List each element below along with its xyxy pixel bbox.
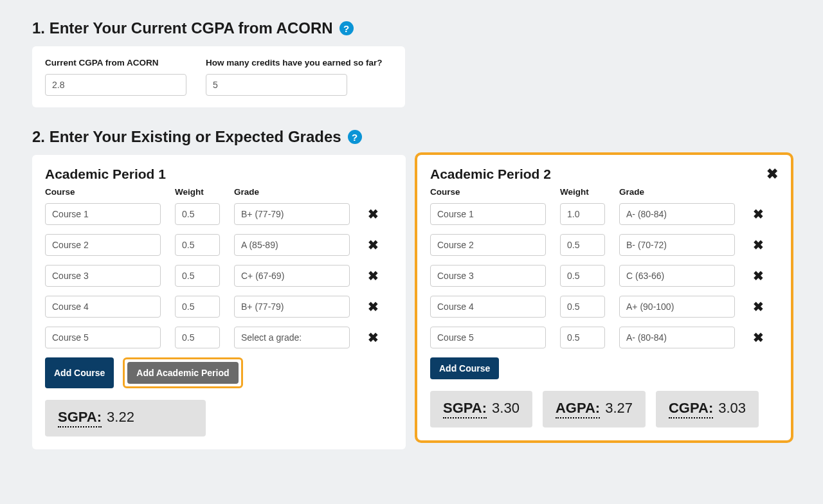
course-input[interactable] [45, 265, 161, 287]
agpa-label: AGPA: [556, 400, 600, 419]
course-row: ✖ [45, 265, 393, 287]
weight-input[interactable] [560, 327, 605, 348]
header-course: Course [45, 187, 161, 197]
cgpa-value: 3.03 [718, 400, 746, 417]
cgpa-label: Current CGPA from ACORN [45, 58, 186, 68]
academic-period-2: Academic Period 2 ✖ Course Weight Grade … [417, 155, 791, 440]
course-row: ✖ [430, 296, 778, 318]
remove-row-icon[interactable]: ✖ [364, 331, 382, 344]
sgpa-value: 3.30 [492, 400, 520, 417]
course-row: ✖ [45, 296, 393, 318]
cgpa-label: CGPA: [669, 400, 713, 419]
sgpa-result: SGPA: 3.30 [430, 391, 532, 428]
agpa-result: AGPA: 3.27 [543, 391, 646, 428]
grade-select[interactable] [619, 327, 735, 348]
period2-title: Academic Period 2 [430, 166, 551, 182]
grade-select[interactable] [619, 234, 735, 256]
header-course: Course [430, 187, 546, 197]
course-input[interactable] [45, 203, 161, 225]
add-course-button[interactable]: Add Course [45, 357, 114, 388]
header-weight: Weight [175, 187, 220, 197]
period1-title: Academic Period 1 [45, 166, 166, 182]
cgpa-card: Current CGPA from ACORN How many credits… [32, 46, 405, 107]
course-row: ✖ [430, 265, 778, 287]
cgpa-input[interactable] [45, 74, 186, 96]
remove-row-icon[interactable]: ✖ [749, 331, 767, 344]
weight-input[interactable] [175, 203, 220, 225]
course-input[interactable] [430, 234, 546, 256]
weight-input[interactable] [560, 203, 605, 225]
weight-input[interactable] [560, 265, 605, 287]
grade-select[interactable] [234, 296, 350, 318]
academic-period-1: Academic Period 1 Course Weight Grade ✖ … [32, 155, 406, 449]
grade-select[interactable] [234, 203, 350, 225]
remove-row-icon[interactable]: ✖ [749, 269, 767, 282]
course-row: ✖ [45, 327, 393, 348]
remove-row-icon[interactable]: ✖ [364, 208, 382, 221]
weight-input[interactable] [560, 234, 605, 256]
weight-input[interactable] [560, 296, 605, 318]
sgpa-value: 3.22 [107, 409, 134, 426]
course-row: ✖ [430, 234, 778, 256]
header-weight: Weight [560, 187, 605, 197]
grade-select[interactable] [619, 203, 735, 225]
cgpa-result: CGPA: 3.03 [656, 391, 759, 428]
agpa-value: 3.27 [605, 400, 633, 417]
course-input[interactable] [45, 327, 161, 348]
weight-input[interactable] [175, 327, 220, 348]
remove-row-icon[interactable]: ✖ [364, 269, 382, 282]
help-icon[interactable]: ? [348, 130, 362, 144]
weight-input[interactable] [175, 234, 220, 256]
course-input[interactable] [430, 327, 546, 348]
add-course-button[interactable]: Add Course [430, 357, 499, 379]
course-input[interactable] [45, 234, 161, 256]
course-input[interactable] [45, 296, 161, 318]
course-row: ✖ [45, 234, 393, 256]
header-grade: Grade [619, 187, 735, 197]
course-input[interactable] [430, 265, 546, 287]
credits-label: How many credits have you earned so far? [206, 58, 383, 68]
header-grade: Grade [234, 187, 350, 197]
remove-row-icon[interactable]: ✖ [749, 208, 767, 221]
add-academic-period-button[interactable]: Add Academic Period [127, 362, 238, 384]
grade-select[interactable] [234, 265, 350, 287]
weight-input[interactable] [175, 296, 220, 318]
help-icon[interactable]: ? [339, 21, 354, 35]
course-row: ✖ [430, 203, 778, 225]
weight-input[interactable] [175, 265, 220, 287]
grade-select[interactable] [234, 327, 350, 348]
remove-row-icon[interactable]: ✖ [749, 300, 767, 313]
close-period-icon[interactable]: ✖ [766, 167, 778, 181]
grade-select[interactable] [234, 234, 350, 256]
add-period-highlight: Add Academic Period [123, 357, 242, 388]
section2-title: 2. Enter Your Existing or Expected Grade… [32, 128, 341, 146]
section2-heading: 2. Enter Your Existing or Expected Grade… [32, 128, 791, 146]
sgpa-result: SGPA: 3.22 [45, 400, 206, 437]
credits-input[interactable] [206, 74, 347, 96]
remove-row-icon[interactable]: ✖ [749, 239, 767, 251]
remove-row-icon[interactable]: ✖ [364, 239, 382, 251]
section1-title: 1. Enter Your Current CGPA from ACORN [32, 19, 333, 37]
course-input[interactable] [430, 203, 546, 225]
course-row: ✖ [430, 327, 778, 348]
section1-heading: 1. Enter Your Current CGPA from ACORN ? [32, 19, 791, 37]
sgpa-label: SGPA: [58, 409, 102, 428]
course-row: ✖ [45, 203, 393, 225]
sgpa-label: SGPA: [443, 400, 487, 419]
grade-select[interactable] [619, 296, 735, 318]
course-input[interactable] [430, 296, 546, 318]
grade-select[interactable] [619, 265, 735, 287]
remove-row-icon[interactable]: ✖ [364, 300, 382, 313]
